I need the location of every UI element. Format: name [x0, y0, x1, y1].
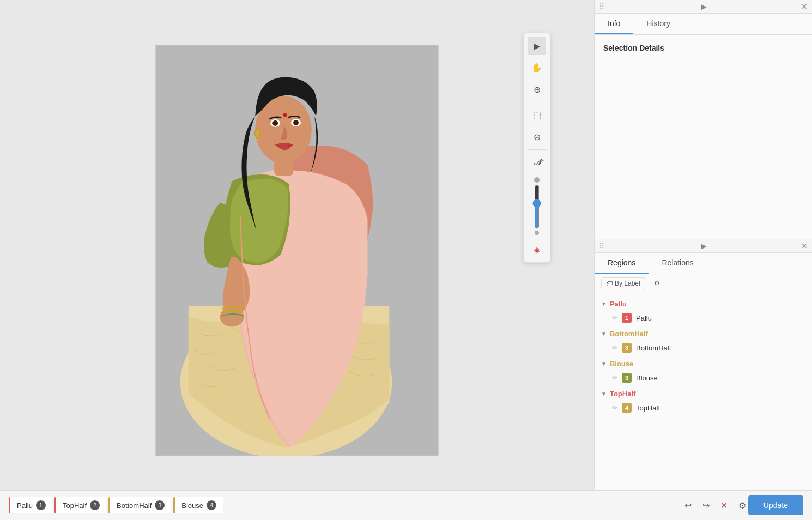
pan-tool[interactable]: ✋: [528, 58, 546, 77]
bottom-bar: Pallu 1 TopHalf 2 BottomHalf 3 Blouse 4 …: [0, 490, 812, 520]
region-item-pallu-1[interactable]: ✏ 1 Pallu: [595, 310, 812, 325]
main-area: ▶ ✋ ⊕ ⬚ ⊖ 𝒩 ◈ ⠿ ▶ ✕ Info: [0, 0, 812, 490]
redo-btn[interactable]: ↪: [700, 498, 712, 513]
regions-panel-header: ⠿ ▶ ✕: [595, 239, 812, 253]
info-panel-content: Selection Details: [595, 35, 812, 239]
regions-tabs: Regions Relations: [595, 253, 812, 274]
regions-toolbar: 🏷 By Label ⚙: [595, 274, 812, 293]
image-container: [155, 45, 439, 456]
tophalf-edit-icon: ✏: [612, 404, 617, 412]
bottomhalf-item-name: BottomHalf: [636, 344, 671, 352]
bottomhalf-badge: 3: [622, 343, 632, 353]
label-tags: Pallu 1 TopHalf 2 BottomHalf 3 Blouse 4: [9, 497, 682, 513]
selection-details-title: Selection Details: [603, 44, 803, 52]
eraser-tool[interactable]: ◈: [528, 240, 546, 259]
pallu-group-name: Pallu: [610, 300, 627, 308]
label-tag-blouse: Blouse 4: [173, 497, 223, 513]
info-tabs: Info History: [595, 14, 812, 35]
region-item-blouse-1[interactable]: ✏ 3 Blouse: [595, 370, 812, 385]
svg-point-10: [254, 129, 260, 138]
canvas-area: ▶ ✋ ⊕ ⬚ ⊖ 𝒩 ◈: [0, 0, 594, 490]
tophalf-arrow: ▼: [601, 391, 607, 397]
regions-drag-icon: ⠿: [599, 241, 604, 250]
brush-tool[interactable]: 𝒩: [528, 153, 546, 172]
tab-info[interactable]: Info: [595, 14, 633, 34]
region-group-pallu-header[interactable]: ▼ Pallu: [595, 298, 812, 310]
blouse-edit-icon: ✏: [612, 374, 617, 382]
bottomhalf-tag-num: 3: [155, 500, 165, 510]
right-panel: ⠿ ▶ ✕ Info History Selection Details ⠿ ▶…: [594, 0, 812, 490]
tool-panel: ▶ ✋ ⊕ ⬚ ⊖ 𝒩 ◈: [523, 33, 550, 263]
brush-size-slider-container: [531, 175, 542, 237]
tophalf-tag-num: 2: [90, 500, 100, 510]
sort-by-label-btn[interactable]: 🏷 By Label: [601, 277, 645, 289]
region-group-blouse: ▼ Blouse ✏ 3 Blouse: [595, 358, 812, 385]
zoom-in-tool[interactable]: ⊕: [528, 80, 546, 99]
pallu-badge: 1: [622, 313, 632, 323]
bottomhalf-arrow: ▼: [601, 331, 607, 337]
sort-icon: 🏷: [606, 280, 613, 287]
info-panel: ⠿ ▶ ✕ Info History Selection Details: [595, 0, 812, 239]
pallu-edit-icon: ✏: [612, 314, 617, 322]
regions-list: ▼ Pallu ✏ 1 Pallu ▼ BottomHalf: [595, 293, 812, 490]
regions-expand-btn[interactable]: ▶: [701, 241, 707, 250]
blouse-group-name: Blouse: [610, 360, 633, 368]
region-group-tophalf: ▼ TopHalf ✏ 4 TopHalf: [595, 388, 812, 415]
pallu-tag-num: 1: [36, 500, 46, 510]
update-button[interactable]: Update: [748, 495, 803, 515]
tophalf-group-name: TopHalf: [610, 390, 635, 398]
tophalf-item-name: TopHalf: [636, 404, 660, 412]
tab-regions[interactable]: Regions: [595, 253, 649, 274]
info-close-btn[interactable]: ✕: [801, 2, 808, 11]
tab-relations[interactable]: Relations: [649, 253, 706, 274]
tab-history[interactable]: History: [633, 14, 683, 34]
tophalf-badge: 4: [622, 403, 632, 413]
slider-min-dot: [535, 231, 539, 235]
slider-max-dot: [534, 177, 540, 183]
blouse-tag-name: Blouse: [181, 501, 203, 510]
cancel-btn[interactable]: ✕: [718, 498, 730, 513]
bottomhalf-group-name: BottomHalf: [610, 330, 648, 338]
blouse-tag-num: 4: [207, 500, 216, 510]
label-tag-bottomhalf: BottomHalf 3: [108, 497, 171, 513]
drag-icon: ⠿: [599, 2, 604, 11]
blouse-badge: 3: [622, 373, 632, 383]
saree-canvas: [155, 45, 439, 456]
settings-btn[interactable]: ⚙: [736, 498, 748, 513]
pallu-tag-name: Pallu: [17, 501, 33, 510]
region-item-tophalf-1[interactable]: ✏ 4 TopHalf: [595, 400, 812, 415]
svg-point-6: [272, 120, 278, 126]
bottom-tools: ↩ ↪ ✕ ⚙: [682, 498, 748, 513]
region-group-pallu: ▼ Pallu ✏ 1 Pallu: [595, 298, 812, 325]
label-tag-tophalf: TopHalf 2: [54, 497, 106, 513]
region-group-tophalf-header[interactable]: ▼ TopHalf: [595, 388, 812, 400]
select-tool[interactable]: ▶: [528, 37, 546, 55]
blouse-arrow: ▼: [601, 361, 607, 367]
zoom-out-tool[interactable]: ⊖: [528, 128, 546, 146]
svg-point-11: [220, 307, 244, 327]
region-group-bottomhalf-header[interactable]: ▼ BottomHalf: [595, 328, 812, 340]
svg-point-9: [283, 113, 287, 117]
region-group-blouse-header[interactable]: ▼ Blouse: [595, 358, 812, 370]
sort-label: By Label: [615, 280, 640, 287]
region-group-bottomhalf: ▼ BottomHalf ✏ 3 BottomHalf: [595, 328, 812, 355]
region-item-bottomhalf-1[interactable]: ✏ 3 BottomHalf: [595, 340, 812, 355]
svg-point-8: [293, 120, 299, 125]
marquee-tool[interactable]: ⬚: [528, 106, 546, 124]
pallu-arrow: ▼: [601, 301, 607, 307]
tool-divider-2: [527, 149, 547, 150]
undo-btn[interactable]: ↩: [682, 498, 694, 513]
tool-divider-1: [527, 102, 547, 102]
tophalf-tag-name: TopHalf: [63, 501, 87, 510]
pallu-item-name: Pallu: [636, 314, 652, 322]
brush-size-slider[interactable]: [531, 185, 542, 228]
info-panel-header: ⠿ ▶ ✕: [595, 0, 812, 14]
info-expand-btn[interactable]: ▶: [701, 2, 707, 11]
group-btn[interactable]: ⚙: [650, 278, 664, 289]
bottomhalf-edit-icon: ✏: [612, 344, 617, 352]
regions-panel: ⠿ ▶ ✕ Regions Relations 🏷 By Label ⚙: [595, 239, 812, 490]
blouse-item-name: Blouse: [636, 374, 658, 382]
regions-close-btn[interactable]: ✕: [801, 241, 808, 250]
bottomhalf-tag-name: BottomHalf: [117, 501, 152, 510]
label-tag-pallu: Pallu 1: [9, 497, 52, 513]
